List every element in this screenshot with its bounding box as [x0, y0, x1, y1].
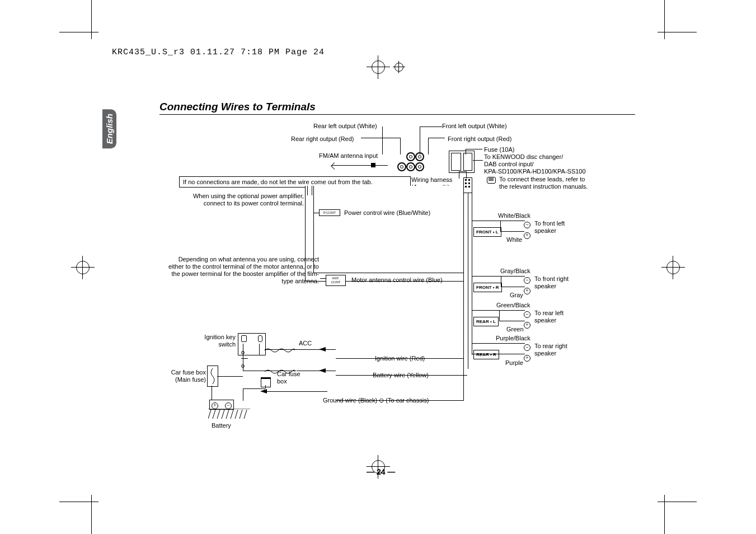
label-fuse: Fuse (10A)	[484, 146, 514, 153]
plus-icon: +	[524, 352, 530, 362]
label-car-fuse: Car fuse box	[277, 371, 305, 385]
crop-mark	[658, 32, 697, 32]
line	[501, 287, 525, 287]
register-mark-small-icon	[395, 63, 403, 72]
line	[217, 376, 243, 377]
line	[472, 310, 525, 311]
minus-icon: −	[524, 274, 530, 284]
harness-tab-icon	[459, 171, 467, 179]
arrow-left-icon	[319, 368, 326, 373]
tag-antcont: ANT. CONT	[326, 275, 346, 286]
crop-mark	[658, 502, 697, 502]
tag-rear-r: REAR • R	[473, 350, 499, 359]
tag-pcont: P.CONT	[319, 209, 340, 216]
print-header: KRC435_U.S_r3 01.11.27 7:18 PM Page 24	[112, 48, 325, 57]
minus-icon: −	[524, 218, 530, 228]
label-rr-to: To rear right speaker	[534, 343, 579, 357]
line	[212, 386, 212, 400]
line	[297, 349, 336, 350]
crop-mark	[664, 495, 665, 534]
page-number: 24	[367, 467, 395, 476]
line	[265, 385, 266, 388]
arrow-left-icon	[319, 347, 326, 352]
svg-line-3	[217, 410, 220, 419]
rca-plug-icon	[406, 152, 415, 161]
leader-line	[428, 138, 429, 154]
register-mark-icon	[666, 261, 680, 274]
label-front-right-out: Front right output (Red)	[448, 135, 511, 143]
label-fmam: FM/AM antenna input	[319, 152, 378, 160]
harness-body	[305, 186, 463, 281]
line	[336, 400, 463, 401]
label-front-left-out: Front left output (White)	[442, 123, 507, 130]
label-rear-left-out: Rear left output (White)	[313, 123, 377, 130]
fuse-box-icon	[261, 377, 271, 387]
ignition-switch-icon	[238, 333, 266, 355]
line	[499, 310, 500, 321]
leader-line	[382, 127, 383, 154]
label-rear-right-out: Rear right output (Red)	[291, 135, 354, 143]
crop-mark	[91, 495, 92, 534]
label-rr-pos: Purple	[505, 359, 523, 367]
label-car-fuse-main: Car fuse box (Main fuse)	[167, 369, 206, 383]
line	[472, 193, 472, 355]
wiring-diagram: Rear left output (White) Rear right outp…	[162, 114, 637, 433]
svg-line-8	[240, 410, 242, 419]
svg-line-4	[222, 410, 224, 419]
svg-line-9	[244, 410, 247, 419]
rca-plug-icon	[415, 162, 424, 171]
leader-line	[428, 138, 445, 138]
plus-icon: +	[524, 318, 530, 329]
line	[499, 321, 525, 321]
svg-line-1	[208, 410, 211, 419]
tag-rear-l: REAR • L	[473, 317, 499, 326]
control-cable-plug-icon	[487, 177, 496, 184]
svg-line-5	[226, 410, 229, 419]
section-title: Connecting Wires to Terminals	[159, 101, 316, 113]
plus-icon: +	[524, 229, 530, 239]
label-fr-to: To front right speaker	[534, 275, 579, 290]
line	[472, 221, 525, 221]
label-fl-pos: White	[506, 236, 522, 243]
rca-plug-icon	[415, 152, 424, 161]
tag-front-r: FRONT • R	[473, 283, 502, 292]
page: KRC435_U.S_r3 01.11.27 7:18 PM Page 24 E…	[0, 0, 756, 534]
antenna-cable-icon	[332, 163, 388, 167]
label-power-ctrl: Power control wire (Blue/White)	[344, 209, 430, 217]
leader-line	[420, 127, 442, 127]
main-fuse-icon	[207, 366, 218, 387]
line	[500, 221, 501, 232]
line	[472, 276, 525, 277]
minus-icon: −	[524, 341, 530, 351]
line	[266, 391, 327, 392]
line	[501, 276, 501, 287]
line	[463, 369, 464, 401]
label-antenna-note: Depending on what antenna you are using,…	[168, 256, 319, 285]
leader-line	[361, 138, 400, 138]
label-rl-to: To rear left speaker	[534, 310, 579, 324]
crop-mark	[59, 32, 98, 32]
leader-line	[466, 149, 482, 149]
main-unit-rear-icon	[449, 151, 475, 173]
line	[243, 344, 243, 371]
tag-front-l: FRONT • L	[473, 227, 501, 237]
line	[259, 344, 260, 355]
line	[243, 388, 243, 401]
crop-mark	[59, 502, 98, 502]
rca-plug-icon	[397, 162, 406, 171]
svg-line-6	[231, 410, 233, 419]
line	[336, 375, 467, 376]
leader-line	[400, 138, 401, 154]
line	[320, 278, 326, 279]
label-kenwood: To KENWOOD disc changer/ DAB control inp…	[484, 153, 586, 175]
crop-mark	[664, 0, 665, 39]
crop-mark	[91, 0, 92, 39]
line	[336, 358, 463, 359]
plus-icon: +	[524, 284, 530, 294]
line	[499, 354, 525, 354]
connector-icon	[463, 177, 472, 193]
label-motor-ant: Motor antenna control wire (Blue)	[351, 277, 443, 284]
rca-plug-icon	[406, 162, 415, 171]
line	[307, 186, 308, 195]
leader-line	[420, 127, 420, 154]
